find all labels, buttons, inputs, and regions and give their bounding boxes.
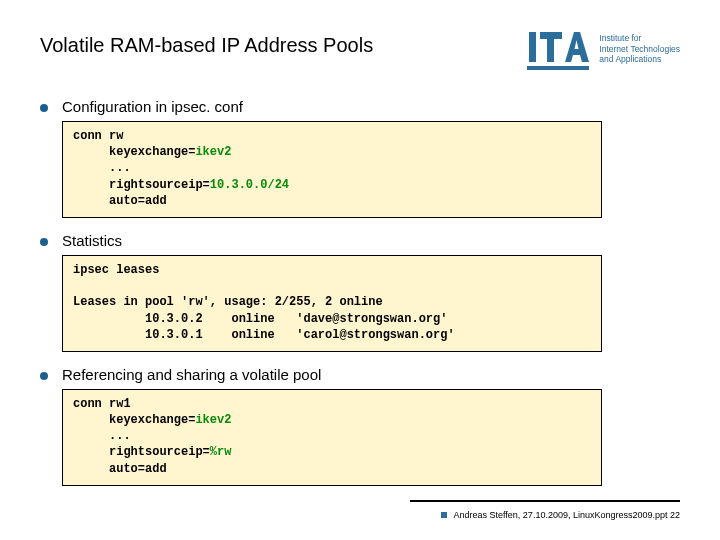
code-line: 10.3.0.2 online 'dave@strongswan.org' [73, 312, 447, 326]
code-line: auto=add [73, 194, 167, 208]
section-heading: Statistics [62, 232, 122, 249]
code-line: auto=add [73, 462, 167, 476]
code-line: conn rw [73, 129, 123, 143]
footer: Andreas Steffen, 27.10.2009, LinuxKongre… [441, 510, 680, 520]
code-line: Leases in pool 'rw', usage: 2/255, 2 onl… [73, 295, 383, 309]
code-line [73, 279, 80, 293]
page-title: Volatile RAM-based IP Address Pools [40, 28, 373, 57]
code-line: rightsourceip= [73, 178, 210, 192]
svg-rect-1 [529, 32, 536, 62]
code-keyword: ikev2 [195, 413, 231, 427]
logo-sub-1: Institute for [599, 33, 680, 44]
bullet-icon [40, 238, 48, 246]
ita-logo-icon [527, 28, 589, 70]
section-heading: Configuration in ipsec. conf [62, 98, 243, 115]
code-line: keyexchange= [73, 145, 195, 159]
svg-rect-0 [527, 66, 589, 70]
code-box-stats: ipsec leases Leases in pool 'rw', usage:… [62, 255, 602, 352]
footer-text: Andreas Steffen, 27.10.2009, LinuxKongre… [453, 510, 680, 520]
code-line: ipsec leases [73, 263, 159, 277]
section-ref: Referencing and sharing a volatile pool [40, 366, 680, 383]
bullet-icon [40, 372, 48, 380]
code-keyword: ikev2 [195, 145, 231, 159]
code-line: 10.3.0.1 online 'carol@strongswan.org' [73, 328, 455, 342]
code-box-config: conn rw keyexchange=ikev2 ... rightsourc… [62, 121, 602, 218]
logo: Institute for Internet Technologies and … [527, 28, 680, 70]
section-heading: Referencing and sharing a volatile pool [62, 366, 321, 383]
logo-sub-3: and Applications [599, 54, 680, 65]
code-keyword: %rw [210, 445, 232, 459]
footer-square-icon [441, 512, 447, 518]
code-box-ref: conn rw1 keyexchange=ikev2 ... rightsour… [62, 389, 602, 486]
svg-rect-3 [547, 32, 554, 62]
section-stats: Statistics [40, 232, 680, 249]
code-line: conn rw1 [73, 397, 131, 411]
code-line: rightsourceip= [73, 445, 210, 459]
code-line: keyexchange= [73, 413, 195, 427]
footer-rule [410, 500, 680, 502]
logo-sub-2: Internet Technologies [599, 44, 680, 55]
code-keyword: 10.3.0.0/24 [210, 178, 289, 192]
logo-subtitle: Institute for Internet Technologies and … [599, 33, 680, 65]
section-config: Configuration in ipsec. conf [40, 98, 680, 115]
bullet-icon [40, 104, 48, 112]
code-line: ... [73, 429, 131, 443]
code-line: ... [73, 161, 131, 175]
